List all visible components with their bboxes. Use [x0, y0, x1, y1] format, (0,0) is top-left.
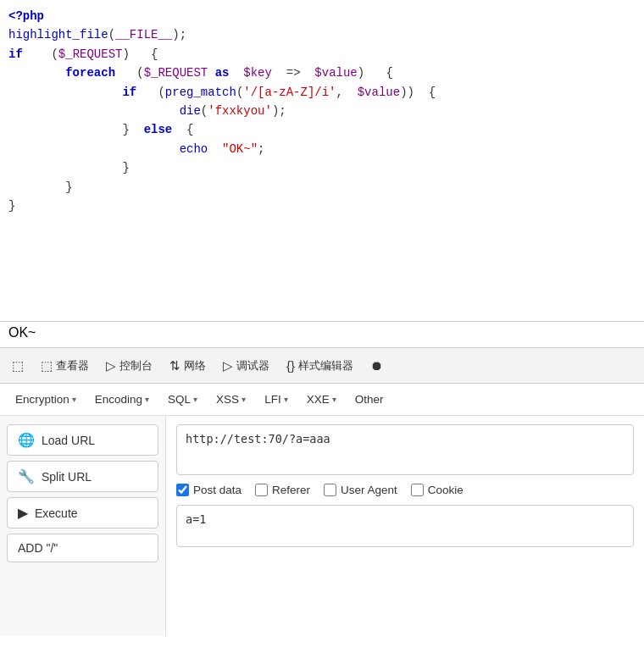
style-icon: {}	[286, 358, 295, 373]
other-label: Other	[355, 393, 384, 406]
ok-output: OK~	[0, 322, 644, 348]
toolbar-more[interactable]: ⏺	[364, 355, 390, 376]
console-icon: ▷	[106, 358, 116, 374]
cookie-checkbox[interactable]: Cookie	[411, 484, 464, 496]
url-input[interactable]: http://test:70/?a=aaa	[176, 424, 634, 475]
network-label: 网络	[184, 358, 206, 374]
split-url-icon: 🔧	[18, 468, 35, 484]
sql-arrow: ▾	[193, 395, 197, 404]
menu-lfi[interactable]: LFI ▾	[256, 390, 297, 409]
user-agent-label: User Agent	[341, 484, 397, 496]
toolbar-viewer[interactable]: ⬚ 查看器	[34, 355, 96, 377]
lfi-arrow: ▾	[284, 395, 288, 404]
cookie-label: Cookie	[428, 484, 464, 496]
sql-label: SQL	[168, 393, 191, 406]
debugger-icon: ▷	[223, 358, 233, 374]
checkboxes-row: Post data Referer User Agent Cookie	[176, 484, 634, 496]
load-url-button[interactable]: 🌐 Load URL	[7, 424, 158, 456]
post-data-label: Post data	[193, 484, 242, 496]
dev-toolbar: ⬚ ⬚ 查看器 ▷ 控制台 ⇅ 网络 ▷ 调试器 {} 样式编辑器 ⏺	[0, 348, 644, 384]
menu-bar: Encryption ▾ Encoding ▾ SQL ▾ XSS ▾ LFI …	[0, 384, 644, 416]
toolbar-inspect[interactable]: ⬚	[5, 355, 31, 377]
add-slash-button[interactable]: ADD "/"	[7, 534, 158, 562]
user-agent-checkbox[interactable]: User Agent	[324, 484, 397, 496]
xxe-arrow: ▾	[332, 395, 336, 404]
network-icon: ⇅	[169, 358, 180, 374]
menu-xss[interactable]: XSS ▾	[208, 390, 254, 409]
code-area: <?phphighlight_file(__FILE__);if ($_REQU…	[0, 0, 644, 322]
menu-xxe[interactable]: XXE ▾	[298, 390, 345, 409]
style-editor-label: 样式编辑器	[298, 358, 353, 374]
split-url-label: Split URL	[42, 470, 92, 484]
add-slash-label: ADD "/"	[18, 541, 58, 555]
right-panel: http://test:70/?a=aaa Post data Referer …	[166, 416, 644, 636]
toolbar-debugger[interactable]: ▷ 调试器	[216, 355, 276, 377]
load-url-icon: 🌐	[18, 432, 35, 448]
main-content: 🌐 Load URL 🔧 Split URL ▶ Execute ADD "/"…	[0, 416, 644, 636]
encoding-label: Encoding	[95, 393, 142, 406]
viewer-icon: ⬚	[41, 358, 53, 374]
menu-other[interactable]: Other	[347, 390, 392, 409]
xss-label: XSS	[216, 393, 239, 406]
menu-sql[interactable]: SQL ▾	[159, 390, 206, 409]
user-agent-check[interactable]	[324, 484, 336, 496]
post-data-checkbox[interactable]: Post data	[176, 484, 242, 496]
encoding-arrow: ▾	[145, 395, 149, 404]
console-label: 控制台	[119, 358, 153, 374]
menu-encoding[interactable]: Encoding ▾	[86, 390, 158, 409]
load-url-label: Load URL	[42, 434, 95, 447]
toolbar-console[interactable]: ▷ 控制台	[99, 355, 159, 377]
execute-icon: ▶	[18, 505, 28, 521]
referer-label: Referer	[272, 484, 310, 496]
referer-check[interactable]	[255, 484, 268, 496]
xss-arrow: ▾	[242, 395, 246, 404]
sidebar: 🌐 Load URL 🔧 Split URL ▶ Execute ADD "/"	[0, 416, 166, 636]
viewer-label: 查看器	[56, 358, 89, 374]
lfi-label: LFI	[264, 393, 281, 406]
data-input[interactable]: a=1	[176, 505, 634, 547]
referer-checkbox[interactable]: Referer	[255, 484, 310, 496]
menu-encryption[interactable]: Encryption ▾	[7, 390, 85, 409]
cookie-check[interactable]	[411, 484, 424, 496]
encryption-arrow: ▾	[72, 395, 76, 404]
xxe-label: XXE	[307, 393, 330, 406]
toolbar-style-editor[interactable]: {} 样式编辑器	[280, 355, 360, 377]
toolbar-network[interactable]: ⇅ 网络	[163, 355, 213, 377]
split-url-button[interactable]: 🔧 Split URL	[7, 461, 158, 492]
encryption-label: Encryption	[15, 393, 69, 406]
post-data-check[interactable]	[176, 484, 189, 496]
execute-button[interactable]: ▶ Execute	[7, 497, 158, 528]
debugger-label: 调试器	[236, 358, 269, 374]
inspect-icon: ⬚	[12, 358, 24, 374]
execute-label: Execute	[35, 506, 78, 520]
more-icon: ⏺	[370, 358, 383, 373]
